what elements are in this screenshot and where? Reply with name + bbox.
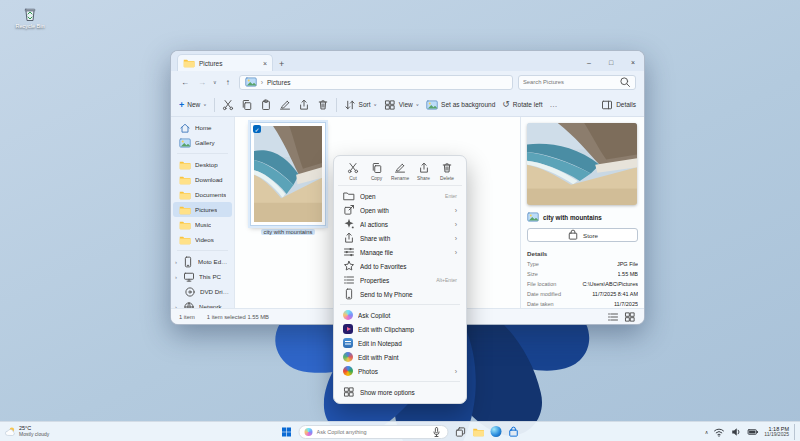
new-tab-button[interactable]: + bbox=[279, 59, 284, 69]
forward-button[interactable]: → bbox=[196, 78, 208, 87]
copilot-search-box[interactable] bbox=[299, 425, 449, 439]
tab-close-icon[interactable]: × bbox=[263, 60, 267, 67]
sliders-icon bbox=[343, 246, 355, 258]
explorer-tab-pictures[interactable]: Pictures × bbox=[177, 54, 273, 71]
close-button[interactable]: × bbox=[622, 54, 644, 71]
sidebar-item-videos[interactable]: Videos bbox=[173, 232, 232, 247]
property-row-size: Size 1.55 MB bbox=[527, 271, 638, 277]
minimize-button[interactable]: – bbox=[578, 54, 600, 71]
history-chevron-icon[interactable]: ∨ bbox=[213, 79, 217, 85]
quick-cut-button[interactable]: Cut bbox=[342, 162, 364, 181]
sidebar-item-music[interactable]: Music bbox=[173, 217, 232, 232]
rotate-left-button[interactable]: ↺ Rotate left bbox=[502, 100, 542, 109]
new-button[interactable]: + New ∨ bbox=[179, 100, 207, 110]
network-icon bbox=[183, 301, 195, 309]
copilot-input[interactable] bbox=[317, 429, 427, 435]
sidebar-item-pictures[interactable]: Pictures bbox=[173, 202, 232, 217]
weather-description: Mostly cloudy bbox=[19, 432, 49, 437]
image-file-icon bbox=[527, 211, 539, 223]
sidebar-item-network[interactable]: › Network bbox=[173, 299, 232, 308]
sidebar-item-desktop[interactable]: Desktop bbox=[173, 157, 232, 172]
clock[interactable]: 1:18 PM 11/19/2025 bbox=[764, 426, 789, 438]
beach-photo-thumbnail bbox=[254, 126, 322, 222]
battery-icon[interactable] bbox=[747, 426, 759, 438]
see-more-button[interactable]: … bbox=[549, 100, 558, 109]
menu-item-open-with[interactable]: Open with bbox=[338, 203, 462, 217]
quick-copy-button[interactable]: Copy bbox=[366, 162, 388, 181]
selection-checkbox[interactable]: ✓ bbox=[253, 125, 261, 133]
maximize-button[interactable]: □ bbox=[600, 54, 622, 71]
clock-date: 11/19/2025 bbox=[764, 432, 789, 438]
expand-chevron-icon[interactable]: › bbox=[175, 259, 178, 265]
property-row-type: Type JPG File bbox=[527, 261, 638, 267]
quick-rename-button[interactable]: Rename bbox=[389, 162, 411, 181]
rotate-left-icon: ↺ bbox=[502, 100, 510, 109]
sidebar-item-documents[interactable]: Documents bbox=[173, 187, 232, 202]
menu-item-show-more-options[interactable]: Show more options bbox=[338, 385, 462, 399]
properties-icon bbox=[343, 274, 355, 286]
store-button[interactable]: Store bbox=[527, 228, 638, 242]
sidebar-item-this-pc[interactable]: › This PC bbox=[173, 269, 232, 284]
start-button[interactable] bbox=[281, 426, 293, 438]
paste-button[interactable] bbox=[260, 99, 272, 111]
menu-item-add-to-favorites[interactable]: Add to Favorites bbox=[338, 259, 462, 273]
file-thumbnail[interactable]: ✓ bbox=[250, 122, 326, 226]
breadcrumb[interactable]: › Pictures bbox=[239, 75, 513, 90]
file-preview bbox=[527, 123, 637, 205]
store-taskbar-icon[interactable] bbox=[508, 426, 520, 438]
sidebar-item-gallery[interactable]: Gallery bbox=[173, 135, 232, 150]
task-view-button[interactable] bbox=[455, 426, 467, 438]
sort-button[interactable]: Sort ∨ bbox=[344, 99, 377, 111]
details-header: Details bbox=[527, 250, 638, 257]
sidebar-item-home[interactable]: Home bbox=[173, 120, 232, 135]
menu-item-share-with[interactable]: Share with bbox=[338, 231, 462, 245]
menu-item-properties[interactable]: Properties Alt+Enter bbox=[338, 273, 462, 287]
cut-button[interactable] bbox=[222, 99, 234, 111]
weather-icon bbox=[4, 426, 16, 438]
edge-taskbar-icon[interactable] bbox=[491, 426, 502, 437]
sidebar-item-dvd-drive[interactable]: DVD Drive (D:) bbox=[173, 284, 232, 299]
rename-button[interactable] bbox=[279, 99, 291, 111]
menu-item-ask-copilot[interactable]: Ask Copilot bbox=[338, 308, 462, 322]
file-item-city-with-mountains[interactable]: ✓ city with mountains bbox=[249, 122, 327, 235]
more-options-icon bbox=[343, 386, 355, 398]
details-toggle-button[interactable]: Details bbox=[601, 99, 636, 111]
sidebar-item-moto-edge[interactable]: › Moto Edge (M) bbox=[173, 254, 232, 269]
folder-icon bbox=[179, 234, 191, 246]
search-box[interactable] bbox=[518, 75, 636, 90]
menu-item-photos[interactable]: Photos bbox=[338, 364, 462, 378]
weather-widget[interactable]: 25°C Mostly cloudy bbox=[4, 426, 49, 438]
menu-item-manage-file[interactable]: Manage file bbox=[338, 245, 462, 259]
view-button[interactable]: View ∨ bbox=[384, 99, 419, 111]
menu-item-ai-actions[interactable]: AI actions bbox=[338, 217, 462, 231]
volume-icon[interactable] bbox=[730, 426, 742, 438]
menu-item-send-to-my-phone[interactable]: Send to My Phone bbox=[338, 287, 462, 301]
recycle-bin-shortcut[interactable]: Recycle Bin bbox=[8, 6, 52, 29]
mic-icon[interactable] bbox=[431, 426, 443, 438]
quick-delete-button[interactable]: Delete bbox=[436, 162, 458, 181]
hidden-icons-chevron[interactable]: ∧ bbox=[705, 429, 709, 435]
share-button[interactable] bbox=[298, 99, 310, 111]
menu-item-open[interactable]: Open Enter bbox=[338, 189, 462, 203]
share-icon bbox=[343, 232, 355, 244]
file-explorer-taskbar-icon[interactable] bbox=[473, 426, 485, 438]
show-desktop-button[interactable] bbox=[794, 424, 796, 440]
list-view-toggle[interactable] bbox=[607, 311, 619, 323]
menu-item-edit-with-clipchamp[interactable]: Edit with Clipchamp bbox=[338, 322, 462, 336]
notepad-icon bbox=[343, 338, 353, 348]
quick-share-button[interactable]: Share bbox=[413, 162, 435, 181]
copy-button[interactable] bbox=[241, 99, 253, 111]
wifi-icon[interactable] bbox=[713, 426, 725, 438]
delete-button[interactable] bbox=[317, 99, 329, 111]
delete-icon bbox=[441, 162, 453, 174]
thumbnail-view-toggle[interactable] bbox=[624, 311, 636, 323]
menu-item-edit-in-notepad[interactable]: Edit in Notepad bbox=[338, 336, 462, 350]
sidebar-item-download[interactable]: Download bbox=[173, 172, 232, 187]
plus-icon: + bbox=[179, 100, 184, 110]
search-input[interactable] bbox=[523, 79, 616, 85]
up-button[interactable]: ↑ bbox=[222, 78, 234, 87]
menu-item-edit-with-paint[interactable]: Edit with Paint bbox=[338, 350, 462, 364]
back-button[interactable]: ← bbox=[179, 78, 191, 87]
set-as-background-button[interactable]: Set as background bbox=[426, 99, 495, 111]
expand-chevron-icon[interactable]: › bbox=[175, 274, 179, 280]
